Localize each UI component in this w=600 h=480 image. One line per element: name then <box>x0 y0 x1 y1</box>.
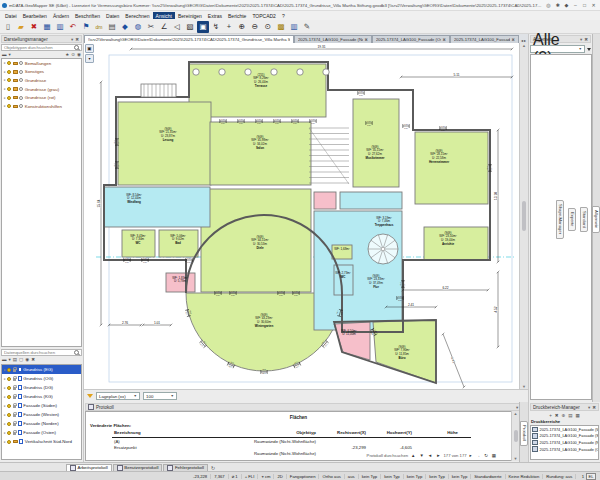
status-field[interactable]: -23,228 <box>190 474 211 479</box>
status-field[interactable]: + FLI <box>242 474 259 479</box>
close-icon[interactable]: ✖ <box>592 405 596 410</box>
collapse-all-icon[interactable]: ▬ <box>2 52 7 57</box>
delete-button[interactable]: ✖ <box>28 21 40 33</box>
visibility-bulb-icon[interactable] <box>7 377 11 381</box>
status-field[interactable]: kein Typ <box>359 474 382 479</box>
layer-item-bemaungen[interactable]: ▸Bemaßungen <box>2 59 81 68</box>
menu-datei[interactable]: Datei <box>2 12 20 19</box>
side-tab-shapemanager[interactable]: Shape-Manager <box>556 200 564 238</box>
expand-icon[interactable]: ▸ <box>4 404 6 408</box>
layer-filter-icon[interactable] <box>87 394 93 398</box>
document-tab-2[interactable]: 2025-17374_LAG100_Fassade (Ostseite)✖ <box>372 35 450 43</box>
expand-icon[interactable]: ▸ <box>4 413 6 417</box>
page-next-icon[interactable]: ► <box>435 453 441 458</box>
menu-[interactable]: ? <box>279 12 288 19</box>
scroll-up-icon[interactable]: ▲ <box>410 453 416 458</box>
user-icon[interactable]: ◆ <box>562 2 571 8</box>
new-file-button[interactable]: ▯ <box>2 21 14 33</box>
pan-button[interactable]: ◆ <box>119 21 131 33</box>
visibility-bulb-icon[interactable] <box>7 96 11 100</box>
document-tab-3[interactable]: 2025-17374_LAG100_Fassade (S✖ <box>450 35 519 43</box>
go-end-icon[interactable]: → <box>475 453 481 458</box>
zoom-window-button[interactable]: ▧ <box>184 21 196 33</box>
open-file-button[interactable]: ▰ <box>15 21 27 33</box>
edit-button[interactable]: ✎ <box>301 21 313 33</box>
expand-icon[interactable]: ▸ <box>4 104 6 108</box>
visibility-bulb-icon[interactable] <box>7 104 11 108</box>
scroll-up-icon[interactable]: ▲ <box>514 411 518 416</box>
side-tab-experte[interactable]: Experte <box>568 208 576 230</box>
status-right-field[interactable]: EL <box>586 473 596 480</box>
layer-item-grundrisse[interactable]: ▸Grundrisse <box>2 76 81 85</box>
close-tab-icon[interactable]: ✖ <box>443 37 446 42</box>
filter-icon[interactable]: ▾ <box>9 357 11 362</box>
screen-button[interactable]: ▣ <box>197 21 209 33</box>
visibility-bulb-icon[interactable] <box>7 422 11 426</box>
status-field[interactable]: ⌀ 1 <box>229 474 242 479</box>
datasource-item-grundrissdg[interactable]: ▸Grundriss (DG) <box>2 383 81 392</box>
layer-select[interactable]: Lageplan (xx)▼ <box>96 392 140 400</box>
prev-view-button[interactable]: ◁ <box>171 21 183 33</box>
minimize-button[interactable]: – <box>571 2 580 8</box>
visibility-bulb-icon[interactable] <box>7 431 11 435</box>
layers-button[interactable]: ▩ <box>275 21 287 33</box>
refresh-icon[interactable]: ↻ <box>483 453 489 458</box>
layer-item-grundrisserot[interactable]: ▸Grundrisse (rot) <box>2 93 81 102</box>
status-field[interactable]: kein Typ <box>404 474 427 479</box>
pin-icon[interactable]: ▾ <box>580 37 582 42</box>
scroll-down-icon[interactable]: ▼ <box>514 456 518 461</box>
add-icon[interactable]: + <box>549 413 552 418</box>
expand-icon[interactable]: ▸ <box>4 386 6 390</box>
globe-button[interactable]: ◍ <box>132 21 144 33</box>
visibility-bulb-icon[interactable] <box>7 368 11 372</box>
funnel-icon[interactable] <box>587 48 591 51</box>
datasource-item-fassadenorden[interactable]: ▸Fassade (Norden) <box>2 419 81 428</box>
status-field[interactable]: kein Typ <box>381 474 404 479</box>
menu-berichte[interactable]: Berichte <box>225 12 249 19</box>
maximize-button[interactable]: □ <box>580 2 589 8</box>
layer-item-sonstiges[interactable]: ▸Sonstiges <box>2 68 81 77</box>
status-field[interactable]: kein Typ <box>426 474 449 479</box>
objecttype-search-input[interactable]: Objekttypen durchsuchen <box>1 44 82 51</box>
visibility-bulb-icon[interactable] <box>7 386 11 390</box>
expand-icon[interactable]: ▸ <box>4 87 6 91</box>
page-prev-icon[interactable]: ◄ <box>427 453 433 458</box>
visibility-bulb-icon[interactable] <box>7 70 11 74</box>
scroll-thumb[interactable] <box>522 201 526 231</box>
expand-icon[interactable]: ▸ <box>4 431 6 435</box>
status-field[interactable]: ⌖ cm <box>258 474 274 479</box>
pin-icon[interactable]: ▾ <box>588 405 590 410</box>
room-windfang[interactable] <box>104 187 210 227</box>
room-anrichte[interactable] <box>424 227 488 260</box>
zoom-fit-button[interactable]: ⊙ <box>262 21 274 33</box>
visibility-bulb-icon[interactable] <box>7 87 11 91</box>
status-field[interactable]: 7,367 <box>211 474 228 479</box>
status-field[interactable]: Standardwerte <box>471 474 505 479</box>
datasource-item-fassadewesten[interactable]: ▸Fassade (Westen) <box>2 410 81 419</box>
menu-extras[interactable]: Extras <box>205 12 225 19</box>
empty-icon[interactable]: ▢ <box>19 357 23 362</box>
close-tab-icon[interactable]: ✖ <box>512 37 515 42</box>
status-field[interactable]: 2D <box>274 474 286 479</box>
close-icon[interactable]: ✖ <box>75 37 79 42</box>
menu-daten[interactable]: Daten <box>103 12 122 19</box>
drawing-canvas[interactable]: 1,060,941,061,060,941,061,060,941,061,06… <box>84 43 528 389</box>
printarea-item[interactable]: 2025-17374_LAG100_Fassade (Osten) <box>531 446 598 453</box>
delete-icon[interactable]: ✖ <box>555 413 559 418</box>
menu-bereinigen[interactable]: Bereinigen <box>175 12 205 19</box>
filter-icon[interactable]: ▾ <box>9 52 11 57</box>
datasource-item-grundrissog[interactable]: ▸Grundriss (OG) <box>2 374 81 383</box>
close-icon[interactable]: ✖ <box>584 37 588 42</box>
expand-icon[interactable]: ▸ <box>4 61 6 65</box>
layer-item-grundrissegrau[interactable]: ▸Grundrisse (grau) <box>2 85 81 94</box>
printarea-item[interactable]: 2025-17374_LAG100_Fassade (Süden) <box>531 433 598 440</box>
delete-icon[interactable]: ✖ <box>31 357 35 362</box>
datasource-item-grundrisskg[interactable]: ▸Grundriss (KG) <box>2 392 81 401</box>
measure-button[interactable]: ∠ <box>158 21 170 33</box>
pin-icon[interactable]: ▾ <box>516 405 518 410</box>
room-unnamed[interactable] <box>340 192 402 209</box>
visibility-bulb-icon[interactable] <box>7 440 11 444</box>
document-tab-0[interactable]: \\srv2\Verwaltung\GEORG\Daten\Dokumente\… <box>84 35 294 43</box>
room-flur[interactable] <box>314 211 402 330</box>
save-as-button[interactable]: ▥ <box>54 21 66 33</box>
